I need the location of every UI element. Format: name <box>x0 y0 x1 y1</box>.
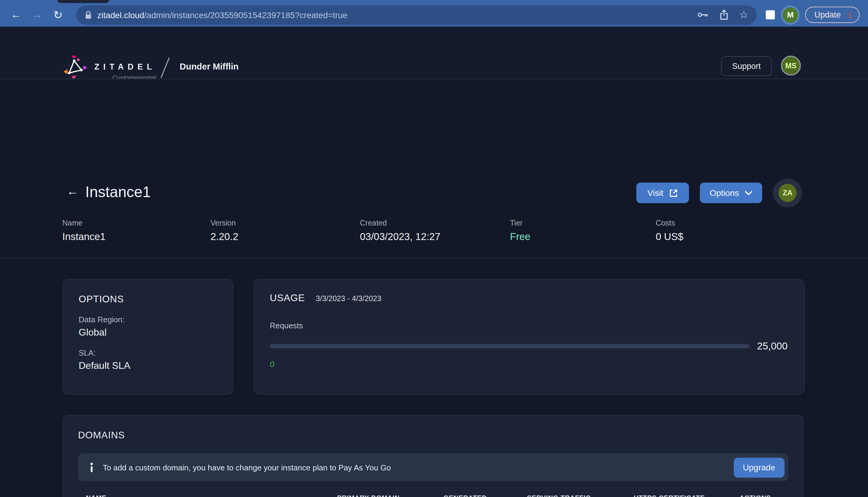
external-link-icon <box>669 188 678 197</box>
options-card-title: OPTIONS <box>79 294 217 305</box>
meta-value-name: Instance1 <box>62 231 106 242</box>
visit-button[interactable]: Visit <box>636 183 689 203</box>
options-label: Options <box>710 188 739 198</box>
col-header-https-certificate: HTTPS CERTIFICATE <box>616 494 722 497</box>
requests-label: Requests <box>270 321 787 330</box>
bookmark-star-icon[interactable]: ☆ <box>739 9 748 21</box>
breadcrumb-divider <box>160 57 170 78</box>
domains-table-header: NAME PRIMARY DOMAIN GENERATED SERVING TR… <box>78 494 788 497</box>
meta-label-created: Created <box>360 219 440 227</box>
browser-update-button[interactable]: Update ⋮ <box>806 6 859 23</box>
browser-tab-sliver[interactable] <box>57 0 109 3</box>
domains-card-title: DOMAINS <box>78 430 788 441</box>
side-panel-icon[interactable] <box>766 10 774 19</box>
visit-label: Visit <box>647 188 663 198</box>
usage-period: 3/3/2023 - 4/3/2023 <box>316 295 381 303</box>
instance-avatar-ring[interactable]: ZA <box>773 179 802 208</box>
brand-logo[interactable]: ZITADEL Customerportal <box>63 54 156 81</box>
user-avatar[interactable]: MS <box>781 56 801 75</box>
chevron-down-icon <box>744 190 752 195</box>
usage-card-title: USAGE <box>270 293 305 303</box>
col-header-name: NAME <box>78 494 308 497</box>
meta-label-costs: Costs <box>656 219 684 227</box>
requests-max-value: 25,000 <box>757 340 787 352</box>
support-button[interactable]: Support <box>721 56 772 76</box>
browser-back-icon[interactable]: ← <box>9 9 24 21</box>
browser-profile-avatar[interactable]: M <box>783 7 798 23</box>
meta-label-name: Name <box>62 219 106 227</box>
col-header-serving-traffic: SERVING TRAFFIC <box>502 494 616 497</box>
meta-divider <box>0 258 868 259</box>
app-header: ZITADEL Customerportal Dunder Mifflin Su… <box>0 27 868 79</box>
screen: ← → ↻ zitadel.cloud/admin/instances/2035… <box>0 0 868 497</box>
password-key-icon[interactable] <box>697 12 709 18</box>
brand-name: ZITADEL <box>94 62 156 71</box>
options-card: OPTIONS Data Region: Global SLA: Default… <box>62 279 234 395</box>
data-region-value: Global <box>79 327 217 338</box>
meta-value-tier: Free <box>510 231 531 242</box>
address-bar[interactable]: zitadel.cloud/admin/instances/2035590515… <box>76 5 757 25</box>
col-header-primary-domain: PRIMARY DOMAIN <box>308 494 429 497</box>
options-button[interactable]: Options <box>700 183 762 203</box>
col-header-generated: GENERATED <box>429 494 502 497</box>
domains-card: DOMAINS To add a custom domain, you have… <box>62 415 804 497</box>
meta-value-created: 03/03/2023, 12:27 <box>360 231 440 242</box>
data-region-label: Data Region: <box>79 315 217 324</box>
browser-reload-icon[interactable]: ↻ <box>50 8 66 22</box>
meta-label-version: Version <box>210 219 238 227</box>
instance-avatar: ZA <box>779 184 797 202</box>
usage-card: USAGE 3/3/2023 - 4/3/2023 Requests 25,00… <box>253 279 805 395</box>
info-icon <box>89 462 94 472</box>
browser-forward-icon: → <box>29 9 45 21</box>
meta-label-tier: Tier <box>510 219 531 227</box>
requests-progress-bar <box>270 344 749 348</box>
browser-menu-icon[interactable]: ⋮ <box>845 10 854 20</box>
url-path: /admin/instances/203559051542397185?crea… <box>144 10 348 20</box>
upgrade-notice-banner: To add a custom domain, you have to chan… <box>78 453 788 481</box>
col-header-actions: ACTIONS <box>722 494 788 497</box>
requests-current-value: 0 <box>270 360 787 369</box>
update-label: Update <box>814 10 841 19</box>
upgrade-button[interactable]: Upgrade <box>734 457 785 477</box>
instance-detail-page: ← Instance1 Visit Options ZA Name Instan… <box>0 79 868 497</box>
share-icon[interactable] <box>720 10 728 20</box>
meta-value-version: 2.20.2 <box>210 231 238 242</box>
back-button[interactable]: ← <box>67 184 79 198</box>
sla-value: Default SLA <box>79 360 217 371</box>
upgrade-notice-text: To add a custom domain, you have to chan… <box>103 463 391 472</box>
page-title: Instance1 <box>85 183 151 201</box>
sla-label: SLA: <box>79 348 217 357</box>
zitadel-logo-icon <box>63 54 88 80</box>
browser-toolbar: ← → ↻ zitadel.cloud/admin/instances/2035… <box>0 0 868 27</box>
breadcrumb-org-name[interactable]: Dunder Mifflin <box>180 62 239 71</box>
url-host: zitadel.cloud <box>97 10 144 20</box>
padlock-icon[interactable] <box>84 11 92 19</box>
meta-value-costs: 0 US$ <box>656 231 684 242</box>
